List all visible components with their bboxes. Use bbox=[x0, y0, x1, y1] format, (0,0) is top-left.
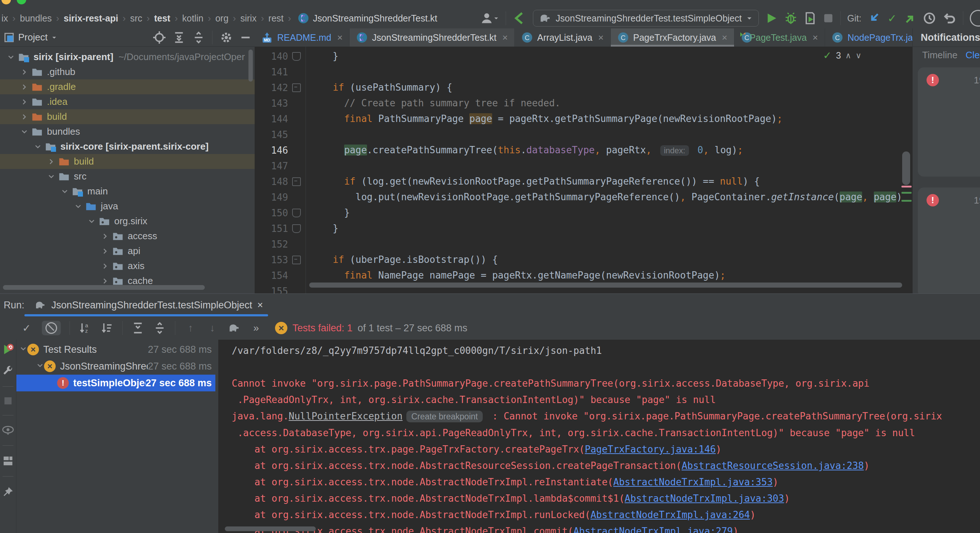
code-line[interactable]: 153 if (uberPage.isBootstrap()) { bbox=[255, 252, 912, 268]
chevron-expanded-icon[interactable] bbox=[4, 53, 18, 61]
previous-failed-test-icon[interactable]: ↑ bbox=[184, 322, 197, 334]
project-tree-row[interactable]: axis bbox=[0, 259, 255, 273]
stop-button[interactable] bbox=[823, 13, 834, 24]
editor-tab[interactable]: MDREADME.md× bbox=[255, 29, 350, 46]
close-icon[interactable]: × bbox=[503, 32, 508, 43]
code-editor[interactable]: 140 }141142 if (usePathSummary) {143 // … bbox=[255, 46, 912, 294]
project-tree-row[interactable]: .github bbox=[0, 64, 255, 79]
chevron-collapsed-icon[interactable] bbox=[98, 262, 112, 270]
stack-trace-link[interactable]: AbstractResourceSession.java:238 bbox=[682, 460, 864, 471]
code-line[interactable]: 149 log.put(newRevisionRootPage.getPathS… bbox=[255, 189, 912, 205]
test-tree-row[interactable]: !testSimpleObject(27 sec 688 ms bbox=[16, 375, 215, 391]
expand-all-icon[interactable] bbox=[131, 322, 145, 334]
code-line[interactable]: 150 } bbox=[255, 205, 912, 221]
editor-tab[interactable]: CPageTest.java× bbox=[735, 29, 825, 46]
error-stripe-mark[interactable] bbox=[901, 186, 912, 187]
chevron-expanded-icon[interactable] bbox=[57, 187, 72, 196]
code-line[interactable]: 151 } bbox=[255, 221, 912, 236]
chevron-expanded-icon[interactable] bbox=[44, 172, 59, 180]
project-tree-row[interactable]: .idea bbox=[0, 94, 255, 109]
project-tree-row[interactable]: access bbox=[0, 229, 255, 244]
chevron-expanded-icon[interactable] bbox=[84, 217, 99, 225]
code-line[interactable]: 147 bbox=[255, 158, 912, 174]
test-settings-wrench-icon[interactable] bbox=[2, 365, 14, 377]
breadcrumb-item[interactable]: sirix bbox=[240, 13, 256, 24]
chevron-collapsed-icon[interactable] bbox=[44, 158, 59, 166]
sort-alphabetically-icon[interactable]: az bbox=[79, 322, 92, 334]
close-icon[interactable]: × bbox=[813, 32, 818, 43]
git-update-button[interactable] bbox=[868, 12, 881, 25]
notification-card[interactable]: !19:27 bbox=[918, 187, 980, 294]
chevron-collapsed-icon[interactable] bbox=[98, 277, 112, 285]
test-tree-row[interactable]: ×Test Results27 sec 688 ms bbox=[16, 341, 215, 358]
locate-file-icon[interactable] bbox=[153, 31, 165, 44]
chevron-expanded-icon[interactable] bbox=[19, 344, 27, 355]
rollback-icon[interactable] bbox=[943, 11, 956, 25]
code-line[interactable]: 143 // Create path summary tree if neede… bbox=[255, 96, 912, 111]
git-commit-button[interactable]: ✓ bbox=[888, 12, 897, 25]
chevron-collapsed-icon[interactable] bbox=[98, 232, 112, 240]
editor-horizontal-scrollbar[interactable] bbox=[309, 282, 902, 287]
fold-marker-icon[interactable] bbox=[288, 255, 305, 264]
project-tree-row[interactable]: build bbox=[0, 154, 255, 169]
revert-arrow-icon[interactable] bbox=[512, 11, 527, 25]
chevron-collapsed-icon[interactable] bbox=[17, 98, 32, 106]
breadcrumb-item[interactable]: bundles bbox=[20, 13, 52, 24]
notification-card[interactable]: !19:27 bbox=[918, 67, 980, 177]
inspections-widget[interactable]: ✓ 3 ∧ ∨ bbox=[823, 49, 861, 62]
chevron-expanded-icon[interactable] bbox=[17, 128, 32, 136]
code-line[interactable]: 144 final PathSummaryPage page = pageRtx… bbox=[255, 111, 912, 127]
breadcrumb-current-file[interactable]: JsonStreamingShredderTest.kt bbox=[298, 13, 437, 24]
hide-panel-icon[interactable] bbox=[240, 32, 251, 43]
editor-vertical-scrollbar[interactable] bbox=[902, 152, 910, 185]
project-tree-row[interactable]: java bbox=[0, 199, 255, 214]
collapse-all-icon[interactable] bbox=[153, 322, 166, 334]
fold-marker-icon[interactable] bbox=[288, 83, 305, 92]
project-panel-title[interactable]: Project bbox=[4, 32, 57, 43]
debug-button[interactable] bbox=[784, 12, 797, 25]
next-problem-chevron-icon[interactable]: ∨ bbox=[856, 51, 861, 61]
show-passed-icon[interactable]: ✓ bbox=[20, 322, 33, 334]
close-icon[interactable]: × bbox=[722, 32, 727, 43]
chevron-collapsed-icon[interactable] bbox=[17, 113, 32, 121]
stack-trace-link[interactable]: AbstractNodeTrxImpl.java:353 bbox=[613, 477, 773, 487]
editor-tab[interactable]: CNodePageTrx.java bbox=[825, 29, 912, 46]
fold-marker-icon[interactable] bbox=[288, 209, 305, 217]
show-ignored-icon[interactable] bbox=[42, 321, 61, 335]
code-line[interactable]: 154 final NamePage namePage = pageRtx.ge… bbox=[255, 268, 912, 283]
editor-tab[interactable]: JsonStreamingShredderTest.kt× bbox=[350, 29, 515, 46]
breadcrumb-item[interactable]: sirix-rest-api bbox=[64, 13, 118, 24]
breadcrumb-item[interactable]: org bbox=[215, 13, 228, 24]
stop-process-icon[interactable] bbox=[3, 396, 13, 405]
fold-marker-icon[interactable] bbox=[288, 177, 305, 186]
chevron-collapsed-icon[interactable] bbox=[17, 68, 32, 76]
project-tree-row[interactable]: org.sirix bbox=[0, 214, 255, 229]
test-console-output[interactable]: /var/folders/z8/_q2yy7m9757dp74llq2gpt_c… bbox=[218, 340, 980, 533]
breadcrumb-item[interactable]: kotlin bbox=[182, 13, 204, 24]
breadcrumb-item[interactable]: ix bbox=[2, 13, 8, 24]
code-line[interactable]: 140 } bbox=[255, 48, 912, 64]
project-tree-row[interactable]: .gradle bbox=[0, 79, 255, 94]
maximize-traffic-light[interactable] bbox=[17, 0, 26, 4]
collapse-all-icon[interactable] bbox=[192, 31, 205, 44]
pin-tab-icon[interactable] bbox=[2, 486, 14, 498]
sort-by-duration-icon[interactable] bbox=[100, 322, 113, 334]
code-line[interactable]: 152 bbox=[255, 236, 912, 252]
code-line[interactable]: 142 if (usePathSummary) { bbox=[255, 80, 912, 96]
close-icon[interactable]: × bbox=[257, 300, 263, 311]
stack-trace-link[interactable]: PageTrxFactory.java:146 bbox=[585, 444, 716, 455]
search-everywhere-icon[interactable] bbox=[970, 10, 980, 27]
settings-gear-icon[interactable] bbox=[220, 31, 233, 44]
editor-tab[interactable]: CPageTrxFactory.java× bbox=[611, 29, 735, 46]
stack-trace-link[interactable]: AbstractNodeTrxImpl.java:303 bbox=[625, 493, 784, 504]
breadcrumb-item[interactable]: test bbox=[154, 13, 170, 24]
project-tree-row[interactable]: api bbox=[0, 244, 255, 259]
more-actions-icon[interactable]: » bbox=[250, 322, 262, 334]
restore-layout-icon[interactable] bbox=[2, 455, 14, 467]
next-failed-test-icon[interactable]: ↓ bbox=[206, 322, 219, 334]
run-with-coverage-button[interactable] bbox=[804, 12, 816, 24]
git-push-button[interactable] bbox=[903, 12, 916, 25]
code-line[interactable]: 141 bbox=[255, 64, 912, 80]
chevron-collapsed-icon[interactable] bbox=[17, 83, 32, 91]
chevron-expanded-icon[interactable] bbox=[71, 203, 86, 211]
